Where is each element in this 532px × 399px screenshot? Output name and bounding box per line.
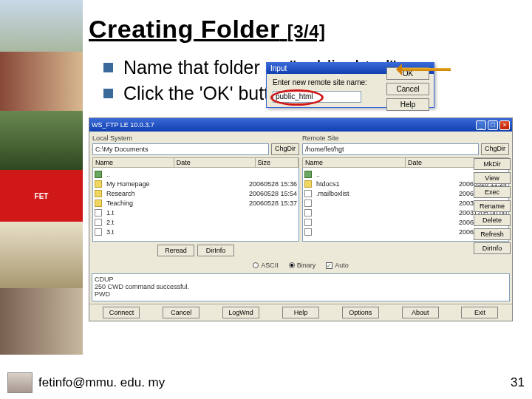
file-icon	[304, 228, 312, 236]
title-part: [3/4]	[287, 21, 326, 41]
remote-chgdir-button[interactable]: ChgDir	[481, 143, 509, 155]
maximize-button[interactable]: □	[488, 120, 498, 130]
ascii-radio[interactable]: ASCII	[253, 262, 279, 269]
col-name: Name	[93, 158, 174, 167]
file-icon	[95, 219, 102, 226]
log-output: CDUP 250 CWD command successful. PWD	[92, 273, 510, 301]
auto-checkbox[interactable]: ✓Auto	[326, 262, 349, 269]
up-folder-icon	[95, 171, 102, 178]
file-icon	[304, 190, 312, 197]
local-path-input[interactable]: C:\My Documents	[92, 143, 269, 155]
minimize-button[interactable]: _	[476, 120, 486, 130]
slide-title: Creating Folder [3/4]	[89, 15, 526, 44]
file-icon	[304, 200, 312, 207]
sidebar-photo-strip: FET	[0, 0, 83, 355]
dialog-help-button[interactable]: Help	[386, 98, 429, 111]
ftp-app-screenshot: WS_FTP LE 10.0.3.7 _ □ × Local System C:…	[89, 117, 513, 321]
col-date: Date	[174, 158, 256, 167]
folder-icon	[304, 180, 312, 188]
connect-button[interactable]: Connect	[103, 307, 140, 318]
remote-pane: Remote Site /home/fet/hgt ChgDir Name Da…	[302, 134, 509, 256]
local-list-header: Name Date Size	[92, 157, 299, 168]
refresh-button[interactable]: Refresh	[474, 228, 511, 240]
file-icon	[95, 228, 102, 236]
folder-icon	[95, 180, 102, 188]
decorative-photo	[0, 0, 83, 52]
folder-icon	[95, 200, 102, 207]
title-main: Creating Folder	[89, 15, 280, 43]
slide-footer: fetinfo@mmu. edu. my 31	[7, 372, 525, 393]
footer-email: fetinfo@mmu. edu. my	[38, 375, 165, 390]
close-button[interactable]: ×	[499, 120, 510, 130]
local-chgdir-button[interactable]: ChgDir	[271, 143, 299, 155]
exec-button[interactable]: Exec	[474, 186, 511, 198]
reread-button[interactable]: Reread	[157, 245, 194, 256]
cancel-button[interactable]: Cancel	[163, 307, 200, 318]
bottom-button-bar: Connect Cancel LogWnd Help Options About…	[89, 304, 512, 321]
exit-button[interactable]: Exit	[461, 307, 498, 318]
window-title: WS_FTP LE 10.0.3.7	[92, 121, 154, 129]
col-name: Name	[303, 158, 406, 167]
view-button[interactable]: View	[474, 172, 511, 184]
file-icon	[95, 209, 102, 216]
delete-button[interactable]: Delete	[474, 214, 511, 226]
decorative-photo	[0, 52, 83, 111]
slide-number: 31	[511, 375, 525, 390]
rename-button[interactable]: Rename	[474, 200, 511, 212]
bullet-marker	[103, 63, 113, 72]
bullet-marker	[103, 89, 113, 98]
computer-icon	[7, 372, 33, 393]
remote-path-input[interactable]: /home/fet/hgt	[302, 143, 479, 155]
file-icon	[304, 209, 312, 216]
folder-icon	[95, 190, 102, 197]
remote-label: Remote Site	[302, 134, 509, 142]
mkdir-button[interactable]: MkDir	[474, 158, 511, 170]
about-button[interactable]: About	[402, 307, 439, 318]
col-size: Size	[256, 158, 299, 167]
callout-arrow-icon	[399, 68, 451, 71]
local-pane: Local System C:\My Documents ChgDir Name…	[92, 134, 299, 256]
local-file-list[interactable]: .. My Homepage20060528 15:36 Research200…	[92, 168, 299, 242]
fet-badge: FET	[0, 170, 83, 222]
decorative-photo	[0, 288, 83, 355]
window-titlebar: WS_FTP LE 10.0.3.7 _ □ ×	[89, 118, 512, 132]
up-folder-icon	[304, 171, 312, 178]
local-label: Local System	[92, 134, 299, 142]
dirinfo-button[interactable]: DirInfo	[474, 242, 511, 254]
transfer-mode-row: ASCII Binary ✓Auto	[89, 259, 512, 271]
folder-name-input[interactable]: public_html	[273, 91, 361, 103]
decorative-photo	[0, 222, 83, 288]
dirinfo-button[interactable]: DirInfo	[197, 245, 234, 256]
binary-radio[interactable]: Binary	[289, 262, 316, 269]
options-button[interactable]: Options	[342, 307, 379, 318]
help-button[interactable]: Help	[282, 307, 319, 318]
logwnd-button[interactable]: LogWnd	[222, 307, 259, 318]
dialog-cancel-button[interactable]: Cancel	[386, 83, 429, 95]
file-icon	[304, 219, 312, 226]
decorative-photo	[0, 111, 83, 170]
